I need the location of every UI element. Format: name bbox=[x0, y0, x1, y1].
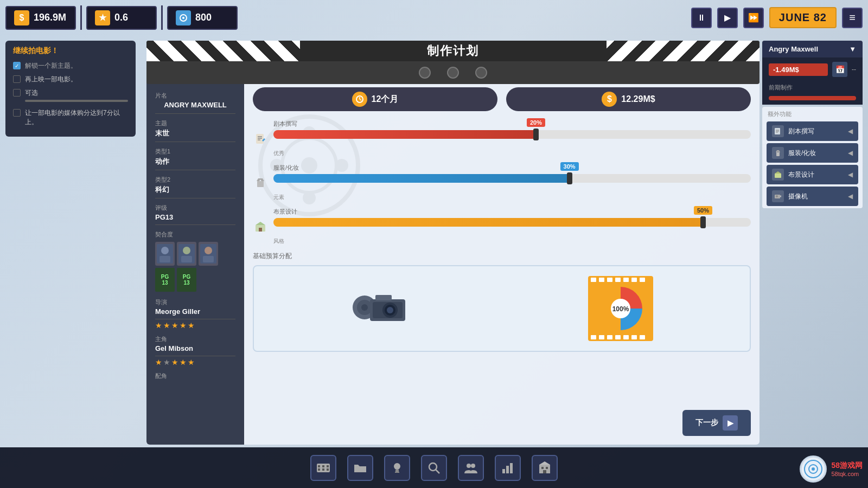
script-handle[interactable] bbox=[533, 129, 539, 140]
avatar-pg1: PG 13 bbox=[155, 268, 175, 292]
menu-button[interactable]: ≡ bbox=[842, 8, 863, 28]
film-type2: 科幻 bbox=[155, 185, 235, 198]
svg-rect-81 bbox=[541, 467, 544, 469]
money-icon: $ bbox=[14, 10, 29, 25]
right-header: Angry Maxwell ▼ bbox=[762, 41, 863, 57]
svg-rect-43 bbox=[631, 278, 637, 282]
extra-camera-arrow: ◀ bbox=[848, 192, 853, 200]
bottom-building-button[interactable] bbox=[532, 455, 558, 481]
checkbox-2[interactable] bbox=[13, 75, 21, 83]
svg-rect-4 bbox=[159, 256, 170, 262]
task-label-3: 可选 bbox=[25, 89, 38, 97]
dir-star-1: ★ bbox=[155, 321, 162, 330]
right-progress bbox=[762, 94, 863, 105]
right-dropdown-icon[interactable]: ▼ bbox=[849, 45, 856, 53]
bottom-toolbar bbox=[0, 447, 868, 488]
main-panel: 片名 ANGRY MAXWELL 主题 末世 类型1 动作 类型2 科幻 评级 … bbox=[146, 79, 760, 445]
costume-slider-row: 服装/化妆 30% 元素 bbox=[253, 164, 751, 201]
tasks-panel: 继续拍电影！ ✓ 解锁一个新主题。 再上映一部电影。 可选 让一部电影的媒体购分… bbox=[5, 41, 136, 137]
svg-rect-50 bbox=[631, 335, 637, 339]
calendar-icon: 📅 bbox=[832, 62, 847, 77]
clapper-circle-3 bbox=[475, 67, 487, 79]
extra-camera[interactable]: 摄像机 ◀ bbox=[767, 187, 858, 206]
extra-camera-icon bbox=[772, 190, 784, 202]
avatar-1 bbox=[155, 242, 175, 266]
svg-marker-61 bbox=[780, 195, 781, 197]
watermark-text: 58游戏网 58tqk.com bbox=[831, 461, 863, 477]
divider1 bbox=[80, 5, 82, 30]
costume-track: 30% bbox=[273, 174, 751, 183]
dir-star-3: ★ bbox=[171, 321, 178, 330]
bottom-film-button[interactable] bbox=[310, 455, 336, 481]
svg-point-75 bbox=[467, 464, 471, 468]
svg-point-76 bbox=[471, 464, 475, 468]
costume-handle[interactable] bbox=[567, 172, 572, 184]
label-fit: 契合度 bbox=[155, 230, 235, 239]
svg-point-70 bbox=[394, 463, 400, 470]
svg-text:100%: 100% bbox=[612, 305, 629, 313]
top-bar: $ 196.9M ★ 0.6 800 ⏸ ▶ ⏩ JUNE 82 ≡ bbox=[0, 0, 868, 35]
svg-point-73 bbox=[429, 463, 437, 471]
checkbox-1[interactable]: ✓ bbox=[13, 62, 21, 69]
script-icon bbox=[253, 131, 268, 146]
bottom-search-button[interactable] bbox=[421, 455, 447, 481]
svg-rect-21 bbox=[256, 134, 264, 144]
label-director: 导演 bbox=[155, 298, 235, 306]
svg-rect-27 bbox=[259, 228, 262, 232]
fast-forward-button[interactable]: ⏩ bbox=[743, 8, 764, 28]
time-icon bbox=[352, 92, 367, 107]
extra-script-icon bbox=[772, 125, 784, 137]
pie-chart: 100% bbox=[588, 276, 653, 341]
set-track: 50% bbox=[273, 218, 751, 227]
svg-rect-65 bbox=[322, 465, 324, 467]
extra-set[interactable]: 布景设计 ◀ bbox=[767, 165, 858, 184]
extra-costume[interactable]: 服装/化妆 ◀ bbox=[767, 143, 858, 163]
checkbox-3[interactable] bbox=[13, 89, 21, 97]
svg-rect-63 bbox=[317, 464, 330, 472]
next-step-button[interactable]: 下一步 ▶ bbox=[682, 410, 751, 436]
right-panel: Angry Maxwell ▼ -1.49M$ 📅 -- 前期制作 额外功能 剧… bbox=[762, 41, 863, 208]
bottom-folder-button[interactable] bbox=[347, 455, 373, 481]
bottom-light-button[interactable] bbox=[384, 455, 410, 481]
right-money: -1.49M$ bbox=[769, 63, 828, 76]
svg-rect-36 bbox=[375, 295, 392, 300]
script-label1: 剧本撰写 bbox=[273, 120, 297, 128]
svg-rect-48 bbox=[615, 335, 621, 339]
rep-stat: 800 bbox=[167, 6, 238, 30]
clapper-header: 制作计划 bbox=[146, 41, 760, 84]
script-track: 20% bbox=[273, 130, 751, 139]
film-type1: 动作 bbox=[155, 157, 235, 170]
checkbox-4[interactable] bbox=[13, 109, 21, 117]
task-item-1: ✓ 解锁一个新主题。 bbox=[13, 61, 128, 70]
film-director: Meorge Giller bbox=[155, 307, 235, 319]
svg-rect-83 bbox=[543, 470, 546, 473]
next-step-label: 下一步 bbox=[695, 418, 718, 428]
clapper-circle-2 bbox=[447, 67, 459, 79]
time-value: 12个月 bbox=[372, 94, 399, 105]
star-icon: ★ bbox=[95, 10, 110, 25]
costume-icon bbox=[253, 175, 268, 190]
svg-rect-69 bbox=[327, 468, 329, 471]
film-name: ANGRY MAXWELL bbox=[155, 101, 235, 114]
svg-rect-39 bbox=[599, 278, 604, 282]
svg-rect-77 bbox=[502, 469, 505, 473]
clapper-circles bbox=[419, 67, 487, 79]
watermark: 58游戏网 58tqk.com bbox=[800, 455, 863, 483]
bottom-people-button[interactable] bbox=[458, 455, 484, 481]
extra-script[interactable]: 剧本撰写 ◀ bbox=[767, 121, 858, 141]
svg-rect-41 bbox=[615, 278, 621, 282]
svg-rect-46 bbox=[599, 335, 604, 339]
play-button[interactable]: ▶ bbox=[717, 8, 738, 28]
bottom-chart-button[interactable] bbox=[495, 455, 521, 481]
svg-rect-72 bbox=[395, 472, 399, 473]
pre-production-label: 前期制作 bbox=[762, 81, 863, 94]
pause-button[interactable]: ⏸ bbox=[691, 8, 712, 28]
lead-star-4: ★ bbox=[180, 358, 187, 367]
dir-star-4: ★ bbox=[180, 321, 187, 330]
next-arrow-icon: ▶ bbox=[723, 415, 738, 431]
svg-rect-58 bbox=[776, 152, 780, 156]
film-theme: 末世 bbox=[155, 129, 235, 142]
set-handle[interactable] bbox=[700, 216, 706, 228]
svg-rect-10 bbox=[203, 256, 214, 262]
svg-rect-44 bbox=[640, 278, 645, 282]
